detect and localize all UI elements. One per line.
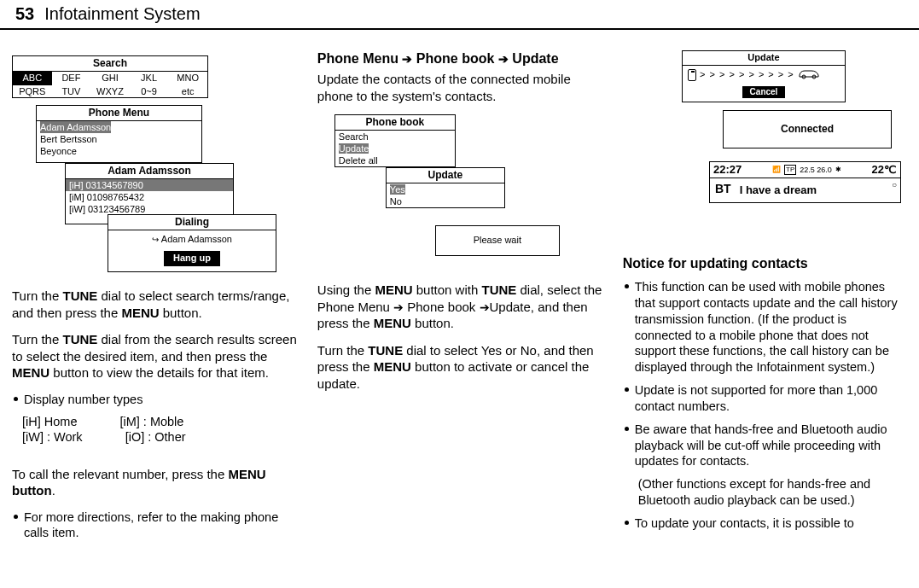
page-body: Search ABC DEF GHI JKL MNO PQRS TUV WXYZ… xyxy=(0,30,919,556)
screen-now-playing: 22:27 📶 TP 22.5 26.0 ✱ 22℃ BT I have a d… xyxy=(709,161,901,203)
screen-update-confirm: Update Yes No xyxy=(386,167,505,208)
dialing-title: Dialing xyxy=(108,215,276,230)
dialing-name-text: Adam Adamsson xyxy=(161,234,232,244)
status-icons: 📶 TP 22.5 26.0 ✱ xyxy=(772,165,841,175)
column-right: Update > > > > > > > > > > Cancel Connec… xyxy=(623,50,904,548)
phonebook-title: Phone book xyxy=(335,115,455,131)
t: Phone book xyxy=(412,51,497,66)
search-screen-stack: Search ABC DEF GHI JKL MNO PQRS TUV WXYZ… xyxy=(12,55,212,277)
screen-please-wait: Please wait xyxy=(435,225,560,256)
t: MENU xyxy=(12,365,49,380)
column-middle: Phone Menu ➔ Phone book ➔ Update Update … xyxy=(317,50,604,548)
t: MENU xyxy=(375,282,412,297)
arrow-icon: ➔ xyxy=(498,52,509,66)
t: MENU xyxy=(374,359,411,374)
type-home: [iH] Home xyxy=(22,414,77,429)
type-work: [iW] : Work xyxy=(22,429,83,445)
screen-update-progress: Update > > > > > > > > > > Cancel xyxy=(682,50,846,102)
clock-time: 22:27 xyxy=(713,163,742,177)
cancel-button[interactable]: Cancel xyxy=(742,86,785,99)
keypad-def[interactable]: DEF xyxy=(52,72,91,85)
search-title: Search xyxy=(13,56,207,72)
update-screen-stack: Update > > > > > > > > > > Cancel Connec… xyxy=(682,50,904,230)
keypad-wxyz[interactable]: WXYZ xyxy=(90,85,130,99)
notice-heading: Notice for updating contacts xyxy=(623,255,904,272)
phonebook-item-update[interactable]: Update xyxy=(339,143,369,154)
phone-menu-item-3[interactable]: Beyonce xyxy=(37,145,201,157)
notice-bullet-3-sub: (Other functions except for hands-free a… xyxy=(623,476,904,509)
t: MENU xyxy=(374,316,411,330)
source-label: BT xyxy=(715,182,731,197)
column-left: Search ABC DEF GHI JKL MNO PQRS TUV WXYZ… xyxy=(12,50,299,548)
bluetooth-icon: ✱ xyxy=(835,166,841,174)
signal-icon: 📶 xyxy=(772,166,781,174)
screen-phone-menu: Phone Menu Adam Adamsson Bert Bertsson B… xyxy=(36,105,202,163)
update-title: Update xyxy=(387,168,504,183)
t: Turn the xyxy=(317,343,368,358)
col2-heading: Phone Menu ➔ Phone book ➔ Update xyxy=(317,50,604,67)
keypad-pqrs[interactable]: PQRS xyxy=(13,85,52,99)
freq-text: 22.5 26.0 xyxy=(800,166,832,175)
update-yes[interactable]: Yes xyxy=(390,184,405,195)
keypad-etc[interactable]: etc xyxy=(168,85,207,99)
phone-menu-item-1[interactable]: Adam Adamsson xyxy=(40,121,111,133)
contact-number-work[interactable]: [iW] 03123456789 xyxy=(66,203,233,215)
keypad-mno[interactable]: MNO xyxy=(168,72,207,85)
phonebook-item-search[interactable]: Search xyxy=(335,131,455,143)
t: Using the xyxy=(317,282,375,297)
contact-number-mobile[interactable]: [iM] 01098765432 xyxy=(66,191,233,203)
arrow-icon: ➔ xyxy=(480,300,490,314)
col1-para2: Turn the TUNE dial from the search resul… xyxy=(12,331,299,381)
t: TUNE xyxy=(481,282,516,297)
type-other: [iO] : Other xyxy=(125,429,186,445)
col2-para2: Turn the TUNE dial to select Yes or No, … xyxy=(317,342,604,393)
bullet-display-types: Display number types xyxy=(12,392,299,408)
col2-para1: Using the MENU button with TUNE dial, se… xyxy=(317,282,604,332)
connected-text: Connected xyxy=(724,111,891,148)
t: TUNE xyxy=(62,288,97,303)
contact-title: Adam Adamsson xyxy=(66,164,233,179)
page-number: 53 xyxy=(15,3,34,25)
notice-bullet-4: To update your contacts, it is possible … xyxy=(623,515,904,532)
t: Turn the xyxy=(12,332,62,346)
car-icon xyxy=(798,67,820,83)
t: Phone Menu xyxy=(317,51,403,66)
phonebook-screen-stack: Phone book Search Update Delete all Upda… xyxy=(334,114,556,268)
col1-para3: To call the relevant number, press the M… xyxy=(12,466,299,499)
keypad-abc[interactable]: ABC xyxy=(13,72,52,85)
update-progress-title: Update xyxy=(683,51,845,66)
phone-menu-title: Phone Menu xyxy=(37,106,201,121)
notice-bullet-1: This function can be used with mobile ph… xyxy=(623,279,904,376)
t: To call the relevant number, press the xyxy=(12,467,228,481)
keypad-jkl[interactable]: JKL xyxy=(130,72,169,85)
hangup-button[interactable]: Hang up xyxy=(164,251,220,266)
phonebook-item-deleteall[interactable]: Delete all xyxy=(335,154,455,166)
t: button with xyxy=(413,282,482,297)
arrow-icon: ➔ xyxy=(393,300,404,314)
number-types-row1: [iH] Home [iM] : Moble xyxy=(12,414,299,429)
phone-menu-item-2[interactable]: Bert Bertsson xyxy=(37,133,201,145)
keypad-09[interactable]: 0~9 xyxy=(130,85,169,99)
t: button. xyxy=(160,306,202,320)
bullet-more-directions: For more directions, refer to the making… xyxy=(12,509,299,542)
contact-number-home[interactable]: [iH] 03134567890 xyxy=(66,179,233,191)
notice-bullet-3: Be aware that hands-free and Bluetooth a… xyxy=(623,422,904,470)
degree-icon: ○ xyxy=(892,178,900,191)
track-title: I have a dream xyxy=(740,183,817,197)
t: TUNE xyxy=(368,343,403,358)
col2-intro: Update the contacts of the connected mob… xyxy=(317,71,604,104)
t: button. xyxy=(411,316,454,330)
t: Update xyxy=(509,51,559,66)
screen-connected: Connected xyxy=(723,110,892,148)
keypad-ghi[interactable]: GHI xyxy=(90,72,130,85)
update-no[interactable]: No xyxy=(387,195,504,207)
temperature: 22℃ xyxy=(872,163,897,177)
notice-bullet-2: Update is not supported for more than 1,… xyxy=(623,382,904,415)
screen-search: Search ABC DEF GHI JKL MNO PQRS TUV WXYZ… xyxy=(12,55,208,98)
dialing-contact-name: ↪ Adam Adamsson xyxy=(108,230,276,247)
rds-icon: TP xyxy=(784,165,796,175)
t: Turn the xyxy=(12,288,62,303)
arrow-icon: ➔ xyxy=(402,52,412,66)
keypad-tuv[interactable]: TUV xyxy=(52,85,91,99)
screen-dialing: Dialing ↪ Adam Adamsson Hang up xyxy=(108,214,276,272)
